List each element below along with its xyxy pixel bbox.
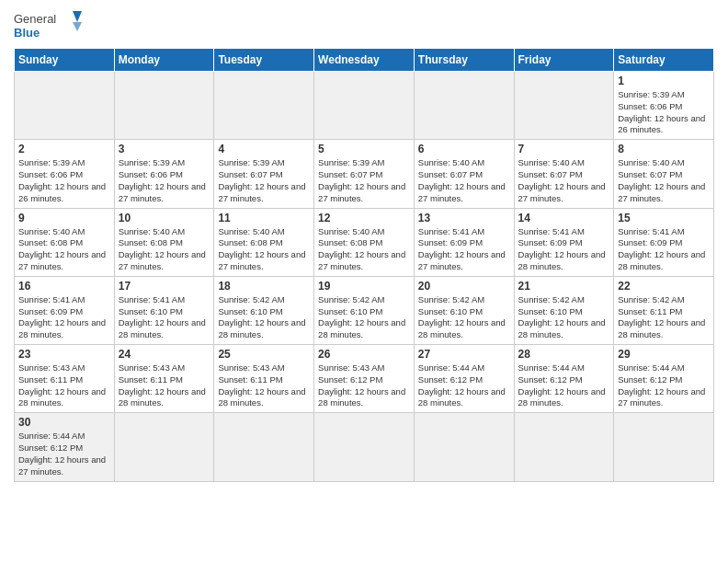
calendar-cell: 3Sunrise: 5:39 AM Sunset: 6:06 PM Daylig… (114, 140, 214, 208)
day-header-monday: Monday (114, 49, 214, 72)
svg-marker-2 (73, 11, 82, 22)
calendar-cell (314, 413, 415, 481)
header: General Blue (14, 9, 714, 42)
calendar-cell: 30Sunrise: 5:44 AM Sunset: 6:12 PM Dayli… (15, 413, 115, 481)
day-number: 13 (418, 212, 510, 224)
calendar-cell: 6Sunrise: 5:40 AM Sunset: 6:07 PM Daylig… (414, 140, 514, 208)
calendar-cell: 12Sunrise: 5:40 AM Sunset: 6:08 PM Dayli… (314, 208, 415, 276)
day-info: Sunrise: 5:42 AM Sunset: 6:10 PM Dayligh… (418, 294, 510, 341)
generalblue-logo-icon: General Blue (14, 9, 87, 42)
calendar-cell: 25Sunrise: 5:43 AM Sunset: 6:11 PM Dayli… (214, 345, 314, 413)
calendar-cell (514, 72, 614, 140)
calendar-cell: 5Sunrise: 5:39 AM Sunset: 6:07 PM Daylig… (314, 140, 415, 208)
calendar-cell: 23Sunrise: 5:43 AM Sunset: 6:11 PM Dayli… (15, 345, 115, 413)
svg-text:General: General (14, 12, 56, 26)
calendar-cell: 4Sunrise: 5:39 AM Sunset: 6:07 PM Daylig… (214, 140, 314, 208)
calendar-cell: 10Sunrise: 5:40 AM Sunset: 6:08 PM Dayli… (114, 208, 214, 276)
day-header-saturday: Saturday (614, 49, 714, 72)
day-number: 9 (18, 212, 110, 224)
svg-text:Blue: Blue (14, 26, 40, 40)
day-number: 15 (618, 212, 710, 224)
svg-marker-3 (73, 22, 82, 31)
calendar-cell (114, 72, 214, 140)
day-number: 5 (318, 143, 410, 155)
calendar-cell: 21Sunrise: 5:42 AM Sunset: 6:10 PM Dayli… (514, 276, 614, 344)
calendar-cell (414, 72, 514, 140)
calendar-cell: 29Sunrise: 5:44 AM Sunset: 6:12 PM Dayli… (614, 345, 714, 413)
day-number: 14 (518, 212, 610, 224)
day-number: 11 (218, 212, 310, 224)
day-header-friday: Friday (514, 49, 614, 72)
day-info: Sunrise: 5:44 AM Sunset: 6:12 PM Dayligh… (518, 362, 610, 409)
day-header-thursday: Thursday (414, 49, 514, 72)
calendar-cell: 13Sunrise: 5:41 AM Sunset: 6:09 PM Dayli… (414, 208, 514, 276)
day-info: Sunrise: 5:41 AM Sunset: 6:09 PM Dayligh… (518, 226, 610, 273)
calendar-cell: 15Sunrise: 5:41 AM Sunset: 6:09 PM Dayli… (614, 208, 714, 276)
calendar-cell: 8Sunrise: 5:40 AM Sunset: 6:07 PM Daylig… (614, 140, 714, 208)
day-number: 4 (218, 143, 310, 155)
day-number: 2 (18, 143, 110, 155)
calendar-cell: 17Sunrise: 5:41 AM Sunset: 6:10 PM Dayli… (114, 276, 214, 344)
day-info: Sunrise: 5:41 AM Sunset: 6:09 PM Dayligh… (18, 294, 110, 341)
day-info: Sunrise: 5:44 AM Sunset: 6:12 PM Dayligh… (618, 362, 710, 409)
calendar-cell (214, 72, 314, 140)
day-info: Sunrise: 5:40 AM Sunset: 6:07 PM Dayligh… (518, 157, 610, 204)
day-number: 25 (218, 348, 310, 361)
calendar-cell: 14Sunrise: 5:41 AM Sunset: 6:09 PM Dayli… (514, 208, 614, 276)
calendar-week-3: 9Sunrise: 5:40 AM Sunset: 6:08 PM Daylig… (15, 208, 714, 276)
calendar-week-6: 30Sunrise: 5:44 AM Sunset: 6:12 PM Dayli… (15, 413, 714, 481)
day-number: 26 (318, 348, 410, 361)
calendar-cell: 18Sunrise: 5:42 AM Sunset: 6:10 PM Dayli… (214, 276, 314, 344)
day-number: 29 (618, 348, 710, 361)
calendar-table: SundayMondayTuesdayWednesdayThursdayFrid… (14, 48, 714, 482)
calendar-cell (214, 413, 314, 481)
day-header-tuesday: Tuesday (214, 49, 314, 72)
day-info: Sunrise: 5:42 AM Sunset: 6:10 PM Dayligh… (318, 294, 410, 341)
day-number: 10 (119, 212, 210, 224)
calendar-cell: 16Sunrise: 5:41 AM Sunset: 6:09 PM Dayli… (15, 276, 115, 344)
day-number: 27 (418, 348, 510, 361)
day-number: 28 (518, 348, 610, 361)
day-info: Sunrise: 5:40 AM Sunset: 6:08 PM Dayligh… (18, 226, 110, 273)
day-number: 18 (218, 280, 310, 293)
calendar-cell: 7Sunrise: 5:40 AM Sunset: 6:07 PM Daylig… (514, 140, 614, 208)
calendar-cell: 2Sunrise: 5:39 AM Sunset: 6:06 PM Daylig… (15, 140, 115, 208)
day-number: 21 (518, 280, 610, 293)
calendar-cell (314, 72, 415, 140)
calendar-cell: 26Sunrise: 5:43 AM Sunset: 6:12 PM Dayli… (314, 345, 415, 413)
day-number: 24 (119, 348, 210, 361)
calendar-header: SundayMondayTuesdayWednesdayThursdayFrid… (15, 49, 714, 72)
calendar-cell (414, 413, 514, 481)
day-info: Sunrise: 5:44 AM Sunset: 6:12 PM Dayligh… (18, 431, 110, 477)
day-info: Sunrise: 5:40 AM Sunset: 6:08 PM Dayligh… (119, 226, 210, 273)
day-number: 7 (518, 143, 610, 155)
calendar-cell: 9Sunrise: 5:40 AM Sunset: 6:08 PM Daylig… (15, 208, 115, 276)
calendar-cell: 11Sunrise: 5:40 AM Sunset: 6:08 PM Dayli… (214, 208, 314, 276)
day-number: 23 (18, 348, 110, 361)
day-info: Sunrise: 5:39 AM Sunset: 6:06 PM Dayligh… (119, 157, 210, 204)
day-info: Sunrise: 5:41 AM Sunset: 6:10 PM Dayligh… (119, 294, 210, 341)
day-header-sunday: Sunday (15, 49, 115, 72)
day-info: Sunrise: 5:39 AM Sunset: 6:06 PM Dayligh… (18, 157, 110, 204)
day-number: 19 (318, 280, 410, 293)
day-info: Sunrise: 5:39 AM Sunset: 6:07 PM Dayligh… (318, 157, 410, 204)
calendar-cell: 1Sunrise: 5:39 AM Sunset: 6:06 PM Daylig… (614, 72, 714, 140)
day-info: Sunrise: 5:43 AM Sunset: 6:11 PM Dayligh… (119, 362, 210, 409)
calendar-cell: 19Sunrise: 5:42 AM Sunset: 6:10 PM Dayli… (314, 276, 415, 344)
day-info: Sunrise: 5:40 AM Sunset: 6:07 PM Dayligh… (618, 157, 710, 204)
day-number: 8 (618, 143, 710, 155)
calendar-body: 1Sunrise: 5:39 AM Sunset: 6:06 PM Daylig… (15, 72, 714, 482)
day-info: Sunrise: 5:43 AM Sunset: 6:11 PM Dayligh… (18, 362, 110, 409)
day-info: Sunrise: 5:40 AM Sunset: 6:08 PM Dayligh… (318, 226, 410, 273)
day-number: 17 (119, 280, 210, 293)
day-number: 3 (119, 143, 210, 155)
day-number: 6 (418, 143, 510, 155)
calendar-cell (514, 413, 614, 481)
calendar-cell: 28Sunrise: 5:44 AM Sunset: 6:12 PM Dayli… (514, 345, 614, 413)
day-info: Sunrise: 5:40 AM Sunset: 6:07 PM Dayligh… (418, 157, 510, 204)
day-number: 12 (318, 212, 410, 224)
calendar-cell: 20Sunrise: 5:42 AM Sunset: 6:10 PM Dayli… (414, 276, 514, 344)
day-number: 1 (618, 75, 710, 87)
day-info: Sunrise: 5:41 AM Sunset: 6:09 PM Dayligh… (418, 226, 510, 273)
calendar-cell (114, 413, 214, 481)
